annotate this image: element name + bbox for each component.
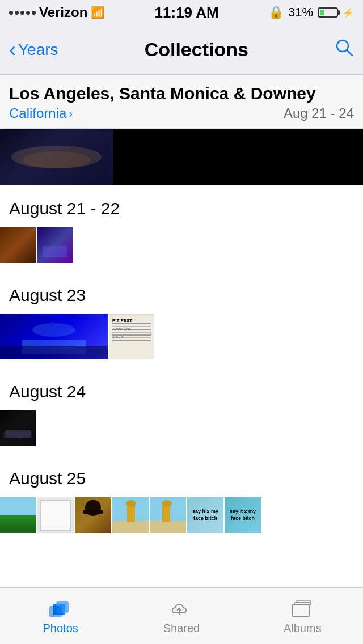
lock-icon: 🔒 [268,5,284,20]
section-date-aug-23: August 23 [0,272,363,314]
tab-bar: Photos Shared Albums [0,587,363,644]
photo-row-aug-25: say it 2 my face bitch say it 2 my face … [0,497,363,579]
photo-thumb[interactable] [37,227,73,263]
search-button[interactable] [335,38,354,62]
battery-icon [318,7,338,18]
wifi-icon: 📶 [91,6,105,19]
photo-thumb[interactable] [112,497,149,533]
status-bar: Verizon 📶 11:19 AM 🔒 31% ⚡ [0,0,363,25]
top-photo-strip[interactable] [0,129,363,185]
photo-thumb[interactable] [150,497,186,533]
section-aug-24: August 24 [0,368,363,455]
carrier-label: Verizon [39,5,87,20]
charging-icon: ⚡ [343,7,354,18]
photo-thumb[interactable] [0,410,36,446]
photo-thumb[interactable]: PIT FEST ADMIT ONE AUG 23 [109,314,154,359]
nav-bar: ‹ Years Collections [0,25,363,75]
status-right: 🔒 31% ⚡ [268,5,354,20]
tab-albums-label: Albums [284,622,322,635]
section-aug-21-22: August 21 - 22 [0,185,363,272]
section-aug-23: August 23 PIT FEST ADMIT ONE AUG 23 [0,272,363,368]
shared-icon [167,597,196,620]
location-title: Los Angeles, Santa Monica & Downey [9,84,354,103]
photo-row-aug-24 [0,410,363,455]
photo-thumb[interactable] [0,129,113,185]
photo-thumb[interactable] [0,227,36,263]
tab-shared[interactable]: Shared [121,597,241,635]
photos-icon-svg [48,598,73,618]
tab-albums[interactable]: Albums [243,597,362,635]
state-chevron-icon: › [69,107,73,120]
albums-icon-svg [290,598,315,618]
photos-icon [47,597,75,620]
tab-photos-label: Photos [43,622,78,635]
say-it-text-1: say it 2 my face bitch [189,509,221,522]
location-subtitle: California › Aug 21 - 24 [9,105,354,121]
shared-icon-svg [169,598,194,618]
tab-photos[interactable]: Photos [1,597,120,635]
section-aug-25: August 25 say it 2 my face bitch [0,455,363,579]
section-date-aug-21-22: August 21 - 22 [0,185,363,227]
section-date-aug-25: August 25 [0,455,363,497]
svg-rect-8 [297,600,310,603]
svg-rect-6 [292,605,309,616]
battery-percent: 31% [288,5,313,20]
say-it-text-2: say it 2 my face bitch [227,509,259,522]
photo-thumb[interactable] [0,314,108,359]
section-date-aug-24: August 24 [0,368,363,410]
status-left: Verizon 📶 [9,5,105,20]
signal-dots [9,11,36,15]
photo-row-aug-23: PIT FEST ADMIT ONE AUG 23 [0,314,363,368]
search-icon [335,38,354,57]
back-chevron-icon: ‹ [9,40,16,60]
svg-rect-4 [49,606,62,617]
back-button[interactable]: ‹ Years [9,40,58,60]
location-header: Los Angeles, Santa Monica & Downey Calif… [0,75,363,129]
svg-line-1 [347,50,352,56]
location-state-button[interactable]: California › [9,105,73,121]
photo-thumb[interactable] [37,497,74,533]
time-label: 11:19 AM [155,4,219,22]
back-label: Years [18,41,58,59]
albums-icon [288,597,316,620]
photo-thumb[interactable]: say it 2 my face bitch [225,497,261,533]
photo-thumb[interactable]: say it 2 my face bitch [187,497,223,533]
photo-thumb[interactable] [75,497,111,533]
photo-row-aug-21-22 [0,227,363,272]
page-title: Collections [145,39,248,61]
photo-thumb[interactable] [0,497,36,533]
state-label: California [9,105,66,121]
tab-shared-label: Shared [163,622,200,635]
location-dates: Aug 21 - 24 [284,105,354,121]
